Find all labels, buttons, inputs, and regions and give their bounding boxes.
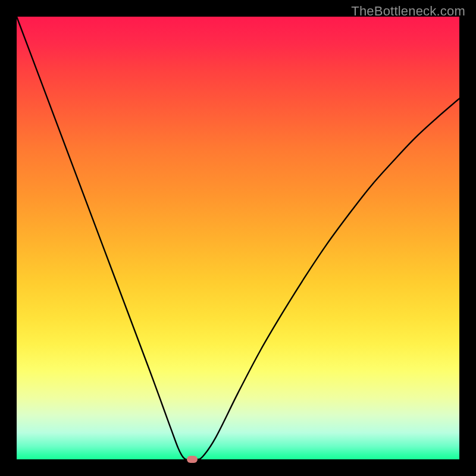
optimum-marker	[187, 456, 198, 463]
bottleneck-curve	[17, 17, 459, 459]
chart-frame: TheBottleneck.com	[0, 0, 476, 476]
plot-area	[17, 17, 459, 459]
